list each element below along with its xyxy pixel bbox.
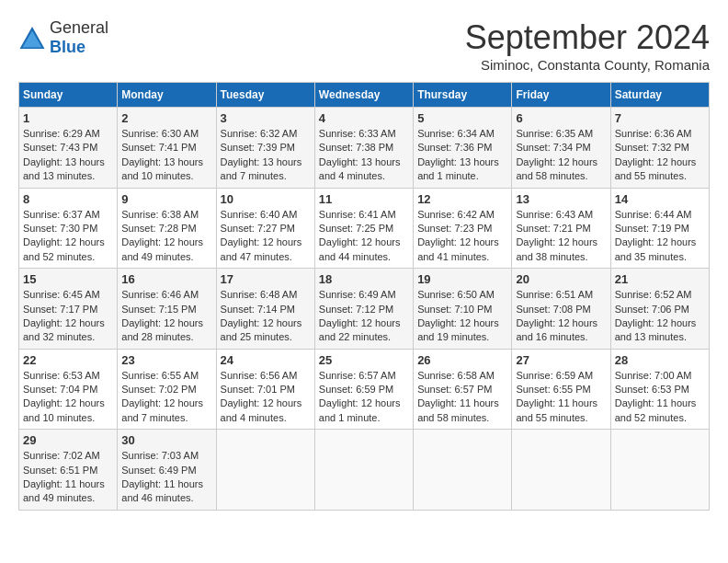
day-number: 27	[516, 353, 606, 367]
calendar-cell	[414, 430, 512, 511]
calendar-cell: 14Sunrise: 6:44 AM Sunset: 7:19 PM Dayli…	[610, 188, 709, 269]
day-number: 18	[319, 272, 409, 286]
calendar-header-row: SundayMondayTuesdayWednesdayThursdayFrid…	[19, 83, 710, 108]
calendar-body: 1Sunrise: 6:29 AM Sunset: 7:43 PM Daylig…	[19, 108, 710, 511]
day-number: 7	[615, 111, 705, 125]
day-number: 8	[23, 192, 113, 206]
calendar-week-row: 29Sunrise: 7:02 AM Sunset: 6:51 PM Dayli…	[19, 430, 710, 511]
cell-info: Sunrise: 6:53 AM Sunset: 7:04 PM Dayligh…	[23, 369, 113, 426]
calendar-cell: 1Sunrise: 6:29 AM Sunset: 7:43 PM Daylig…	[19, 108, 118, 189]
calendar-cell: 30Sunrise: 7:03 AM Sunset: 6:49 PM Dayli…	[118, 430, 216, 511]
day-number: 9	[121, 192, 211, 206]
calendar-cell	[610, 430, 709, 511]
day-number: 23	[121, 353, 211, 367]
day-number: 25	[319, 353, 409, 367]
calendar-cell: 9Sunrise: 6:38 AM Sunset: 7:28 PM Daylig…	[118, 188, 216, 269]
day-number: 16	[121, 272, 211, 286]
cell-info: Sunrise: 6:59 AM Sunset: 6:55 PM Dayligh…	[516, 369, 606, 426]
day-number: 15	[23, 272, 113, 286]
day-number: 28	[615, 353, 705, 367]
calendar-cell: 17Sunrise: 6:48 AM Sunset: 7:14 PM Dayli…	[216, 269, 314, 350]
logo-general: General	[50, 18, 108, 37]
day-number: 26	[417, 353, 507, 367]
cell-info: Sunrise: 6:33 AM Sunset: 7:38 PM Dayligh…	[319, 127, 409, 184]
calendar-week-row: 15Sunrise: 6:45 AM Sunset: 7:17 PM Dayli…	[19, 269, 710, 350]
page-header: General Blue September 2024 Siminoc, Con…	[18, 18, 710, 73]
day-number: 13	[516, 192, 606, 206]
calendar-cell: 6Sunrise: 6:35 AM Sunset: 7:34 PM Daylig…	[512, 108, 610, 189]
calendar-cell: 22Sunrise: 6:53 AM Sunset: 7:04 PM Dayli…	[19, 349, 118, 430]
day-number: 10	[221, 192, 311, 206]
calendar-cell: 27Sunrise: 6:59 AM Sunset: 6:55 PM Dayli…	[512, 349, 610, 430]
cell-info: Sunrise: 6:58 AM Sunset: 6:57 PM Dayligh…	[417, 369, 507, 426]
calendar-cell: 11Sunrise: 6:41 AM Sunset: 7:25 PM Dayli…	[314, 188, 413, 269]
day-number: 3	[221, 111, 311, 125]
cell-info: Sunrise: 7:03 AM Sunset: 6:49 PM Dayligh…	[121, 449, 211, 506]
cell-info: Sunrise: 6:50 AM Sunset: 7:10 PM Dayligh…	[417, 288, 507, 345]
cell-info: Sunrise: 6:41 AM Sunset: 7:25 PM Dayligh…	[319, 208, 409, 265]
calendar-cell: 28Sunrise: 7:00 AM Sunset: 6:53 PM Dayli…	[610, 349, 709, 430]
calendar-cell: 3Sunrise: 6:32 AM Sunset: 7:39 PM Daylig…	[216, 108, 314, 189]
day-number: 4	[319, 111, 409, 125]
calendar-week-row: 22Sunrise: 6:53 AM Sunset: 7:04 PM Dayli…	[19, 349, 710, 430]
cell-info: Sunrise: 6:49 AM Sunset: 7:12 PM Dayligh…	[319, 288, 409, 345]
calendar-week-row: 1Sunrise: 6:29 AM Sunset: 7:43 PM Daylig…	[19, 108, 710, 189]
calendar-cell: 4Sunrise: 6:33 AM Sunset: 7:38 PM Daylig…	[314, 108, 413, 189]
cell-info: Sunrise: 6:45 AM Sunset: 7:17 PM Dayligh…	[23, 288, 113, 345]
cell-info: Sunrise: 6:38 AM Sunset: 7:28 PM Dayligh…	[121, 208, 211, 265]
day-number: 1	[23, 111, 113, 125]
calendar-cell: 13Sunrise: 6:43 AM Sunset: 7:21 PM Dayli…	[512, 188, 610, 269]
calendar-cell: 20Sunrise: 6:51 AM Sunset: 7:08 PM Dayli…	[512, 269, 610, 350]
calendar-cell: 29Sunrise: 7:02 AM Sunset: 6:51 PM Dayli…	[19, 430, 118, 511]
day-number: 19	[417, 272, 507, 286]
weekday-header: Monday	[118, 83, 216, 108]
cell-info: Sunrise: 6:34 AM Sunset: 7:36 PM Dayligh…	[417, 127, 507, 184]
calendar-cell: 24Sunrise: 6:56 AM Sunset: 7:01 PM Dayli…	[216, 349, 314, 430]
day-number: 30	[121, 433, 211, 447]
calendar-cell	[314, 430, 413, 511]
day-number: 22	[23, 353, 113, 367]
cell-info: Sunrise: 6:56 AM Sunset: 7:01 PM Dayligh…	[221, 369, 311, 426]
logo: General Blue	[18, 18, 108, 57]
cell-info: Sunrise: 6:40 AM Sunset: 7:27 PM Dayligh…	[221, 208, 311, 265]
cell-info: Sunrise: 6:37 AM Sunset: 7:30 PM Dayligh…	[23, 208, 113, 265]
cell-info: Sunrise: 7:00 AM Sunset: 6:53 PM Dayligh…	[615, 369, 705, 426]
calendar-cell: 23Sunrise: 6:55 AM Sunset: 7:02 PM Dayli…	[118, 349, 216, 430]
day-number: 11	[319, 192, 409, 206]
calendar-cell: 5Sunrise: 6:34 AM Sunset: 7:36 PM Daylig…	[414, 108, 512, 189]
cell-info: Sunrise: 6:32 AM Sunset: 7:39 PM Dayligh…	[221, 127, 311, 184]
weekday-header: Saturday	[610, 83, 709, 108]
cell-info: Sunrise: 6:42 AM Sunset: 7:23 PM Dayligh…	[417, 208, 507, 265]
calendar-cell: 25Sunrise: 6:57 AM Sunset: 6:59 PM Dayli…	[314, 349, 413, 430]
calendar-cell: 10Sunrise: 6:40 AM Sunset: 7:27 PM Dayli…	[216, 188, 314, 269]
calendar-cell	[216, 430, 314, 511]
calendar-cell	[512, 430, 610, 511]
day-number: 14	[615, 192, 705, 206]
cell-info: Sunrise: 6:36 AM Sunset: 7:32 PM Dayligh…	[615, 127, 705, 184]
cell-info: Sunrise: 6:48 AM Sunset: 7:14 PM Dayligh…	[221, 288, 311, 345]
calendar-cell: 15Sunrise: 6:45 AM Sunset: 7:17 PM Dayli…	[19, 269, 118, 350]
calendar-cell: 12Sunrise: 6:42 AM Sunset: 7:23 PM Dayli…	[414, 188, 512, 269]
cell-info: Sunrise: 6:55 AM Sunset: 7:02 PM Dayligh…	[121, 369, 211, 426]
day-number: 20	[516, 272, 606, 286]
weekday-header: Sunday	[19, 83, 118, 108]
month-title: September 2024	[465, 18, 710, 57]
day-number: 5	[417, 111, 507, 125]
calendar-cell: 21Sunrise: 6:52 AM Sunset: 7:06 PM Dayli…	[610, 269, 709, 350]
calendar-cell: 18Sunrise: 6:49 AM Sunset: 7:12 PM Dayli…	[314, 269, 413, 350]
title-area: September 2024 Siminoc, Constanta County…	[465, 18, 710, 73]
logo-blue: Blue	[50, 38, 85, 56]
calendar-cell: 16Sunrise: 6:46 AM Sunset: 7:15 PM Dayli…	[118, 269, 216, 350]
calendar-cell: 7Sunrise: 6:36 AM Sunset: 7:32 PM Daylig…	[610, 108, 709, 189]
day-number: 12	[417, 192, 507, 206]
calendar-cell: 2Sunrise: 6:30 AM Sunset: 7:41 PM Daylig…	[118, 108, 216, 189]
weekday-header: Wednesday	[314, 83, 413, 108]
logo-icon	[18, 24, 46, 52]
cell-info: Sunrise: 6:29 AM Sunset: 7:43 PM Dayligh…	[23, 127, 113, 184]
cell-info: Sunrise: 6:51 AM Sunset: 7:08 PM Dayligh…	[516, 288, 606, 345]
calendar-cell: 26Sunrise: 6:58 AM Sunset: 6:57 PM Dayli…	[414, 349, 512, 430]
cell-info: Sunrise: 6:43 AM Sunset: 7:21 PM Dayligh…	[516, 208, 606, 265]
calendar-week-row: 8Sunrise: 6:37 AM Sunset: 7:30 PM Daylig…	[19, 188, 710, 269]
weekday-header: Thursday	[414, 83, 512, 108]
calendar-table: SundayMondayTuesdayWednesdayThursdayFrid…	[18, 82, 710, 511]
